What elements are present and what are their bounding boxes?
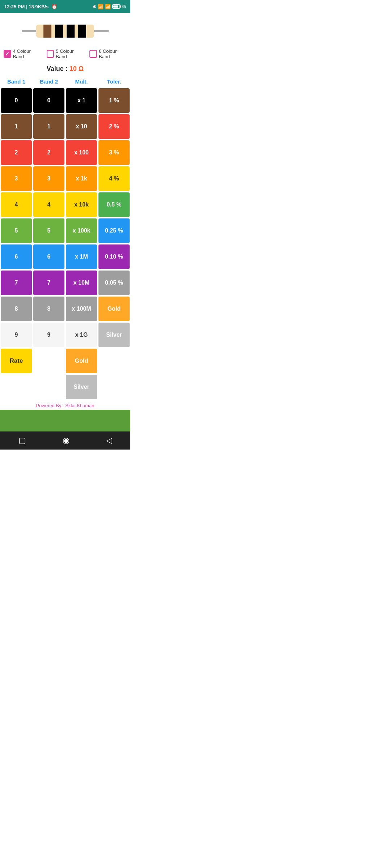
band2-color-5[interactable]: 5 [33, 218, 64, 243]
signal-icon: 📶 [98, 4, 104, 9]
mult-color-3[interactable]: x 1k [66, 166, 97, 191]
mult-color-9[interactable]: x 1G [66, 323, 97, 347]
band2-color-0[interactable]: 0 [33, 88, 64, 113]
mult-color-5[interactable]: x 100k [66, 218, 97, 243]
band1-color-1[interactable]: 1 [1, 114, 32, 139]
toler-color-5[interactable]: 0.25 % [98, 218, 130, 243]
band1-color-5[interactable]: 5 [1, 218, 32, 243]
band1-color-7[interactable]: 7 [1, 271, 32, 295]
band1-color-0[interactable]: 0 [1, 88, 32, 113]
svg-rect-5 [67, 25, 75, 38]
mult-color-1[interactable]: x 10 [66, 114, 97, 139]
table-row: RateGold [0, 348, 130, 374]
toler-cell-10 [98, 348, 130, 374]
band2-color-9[interactable]: 9 [33, 323, 64, 347]
4-colour-checkbox[interactable]: ✓ [4, 50, 11, 58]
mult-cell-4: x 10k [65, 192, 98, 218]
4-colour-label: 4 Colour Band [13, 48, 41, 59]
4-colour-band-option[interactable]: ✓ 4 Colour Band [4, 48, 41, 59]
band1-cell-3: 3 [0, 166, 33, 192]
band2-cell-0: 0 [33, 88, 65, 114]
nav-home-icon[interactable]: ◉ [63, 436, 70, 445]
toler-color-2[interactable]: 3 % [98, 140, 130, 165]
toler-color-6[interactable]: 0.10 % [98, 244, 130, 269]
mult-cell-0: x 1 [65, 88, 98, 114]
resistor-svg [22, 20, 109, 42]
mult-color-11[interactable]: Silver [66, 375, 97, 399]
band-color-table: Band 1 Band 2 Mult. Toler. 00x 11 %11x 1… [0, 77, 130, 400]
5-colour-band-option[interactable]: 5 Colour Band [47, 48, 84, 59]
toler-color-9[interactable]: Silver [98, 323, 130, 347]
band2-color-8[interactable]: 8 [33, 297, 64, 321]
colour-band-options: ✓ 4 Colour Band 5 Colour Band 6 Colour B… [0, 46, 130, 62]
band1-cell-5: 5 [0, 218, 33, 244]
table-row: 88x 100MGold [0, 296, 130, 322]
col-toler: Toler. [98, 77, 130, 88]
mult-color-8[interactable]: x 100M [66, 297, 97, 321]
band1-color-10[interactable]: Rate [1, 349, 32, 373]
band2-cell-10 [33, 348, 65, 374]
mult-cell-3: x 1k [65, 166, 98, 192]
band2-cell-1: 1 [33, 114, 65, 140]
toler-cell-7: 0.05 % [98, 270, 130, 296]
toler-color-4[interactable]: 0.5 % [98, 192, 130, 217]
mult-color-10[interactable]: Gold [66, 349, 97, 373]
band1-cell-6: 6 [0, 244, 33, 270]
toler-cell-9: Silver [98, 322, 130, 348]
navigation-bar: ▢ ◉ ◁ [0, 431, 130, 450]
band2-color-1[interactable]: 1 [33, 114, 64, 139]
band1-color-9[interactable]: 9 [1, 323, 32, 347]
band1-color-2[interactable]: 2 [1, 140, 32, 165]
band2-cell-9: 9 [33, 322, 65, 348]
table-header-row: Band 1 Band 2 Mult. Toler. [0, 77, 130, 88]
col-band2: Band 2 [33, 77, 65, 88]
band2-color-2[interactable]: 2 [33, 140, 64, 165]
toler-cell-11 [98, 374, 130, 400]
table-row: 00x 11 % [0, 88, 130, 114]
status-bar: 12:25 PM | 18.9KB/s ⏰ ✱ 📶 📶 85 [0, 0, 130, 13]
mult-cell-10: Gold [65, 348, 98, 374]
nav-square-icon[interactable]: ▢ [18, 436, 26, 445]
band2-color-7[interactable]: 7 [33, 271, 64, 295]
mult-color-2[interactable]: x 100 [66, 140, 97, 165]
band1-color-6[interactable]: 6 [1, 244, 32, 269]
check-icon: ✓ [5, 51, 9, 57]
wifi-icon: 📶 [105, 4, 111, 9]
mult-color-7[interactable]: x 10M [66, 271, 97, 295]
mult-color-4[interactable]: x 10k [66, 192, 97, 217]
ad-banner [0, 410, 130, 431]
toler-cell-1: 2 % [98, 114, 130, 140]
toler-color-7[interactable]: 0.05 % [98, 271, 130, 295]
bluetooth-icon: ✱ [92, 4, 96, 9]
6-colour-label: 6 Colour Band [99, 48, 127, 59]
value-prefix: Value : [47, 65, 70, 72]
6-colour-band-option[interactable]: 6 Colour Band [89, 48, 127, 59]
battery-fill [113, 5, 118, 8]
nav-back-icon[interactable]: ◁ [106, 436, 112, 445]
mult-color-0[interactable]: x 1 [66, 88, 97, 113]
band1-cell-7: 7 [0, 270, 33, 296]
toler-color-1[interactable]: 2 % [98, 114, 130, 139]
mult-color-6[interactable]: x 1M [66, 244, 97, 269]
band2-cell-7: 7 [33, 270, 65, 296]
svg-rect-3 [43, 25, 51, 38]
band2-color-3[interactable]: 3 [33, 166, 64, 191]
6-colour-checkbox[interactable] [89, 50, 97, 58]
table-row: 66x 1M0.10 % [0, 244, 130, 270]
toler-color-8[interactable]: Gold [98, 297, 130, 321]
toler-cell-3: 4 % [98, 166, 130, 192]
svg-rect-6 [78, 25, 86, 38]
band1-color-3[interactable]: 3 [1, 166, 32, 191]
band1-color-4[interactable]: 4 [1, 192, 32, 217]
status-icons: ✱ 📶 📶 85 [92, 4, 126, 9]
band1-color-8[interactable]: 8 [1, 297, 32, 321]
mult-cell-11: Silver [65, 374, 98, 400]
toler-cell-8: Gold [98, 296, 130, 322]
band1-cell-0: 0 [0, 88, 33, 114]
band2-color-6[interactable]: 6 [33, 244, 64, 269]
band2-color-4[interactable]: 4 [33, 192, 64, 217]
toler-color-3[interactable]: 4 % [98, 166, 130, 191]
status-time: 12:25 PM [4, 4, 25, 9]
toler-color-0[interactable]: 1 % [98, 88, 130, 113]
5-colour-checkbox[interactable] [47, 50, 54, 58]
